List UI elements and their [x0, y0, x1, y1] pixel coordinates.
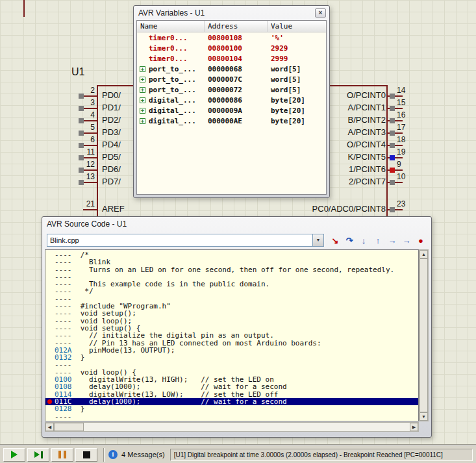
step-button[interactable]: [27, 448, 49, 462]
pin-wire: [83, 182, 98, 183]
pin-number: 2: [82, 86, 95, 95]
pin-state-gray-square[interactable]: [390, 94, 395, 99]
scroll-right-icon[interactable]: ▶: [410, 423, 418, 431]
variable-row[interactable]: +digital_...00000086byte[20]: [137, 95, 326, 105]
current-source-line[interactable]: 011C delay(1000); // wait for a second: [45, 398, 418, 405]
pause-icon: [58, 451, 61, 458]
source-code-area[interactable]: ---- /*---- Blink---- Turns on an LED on…: [45, 249, 419, 421]
source-line[interactable]: 0132 }: [45, 354, 418, 361]
expand-icon[interactable]: +: [140, 108, 145, 114]
goto-pc-button[interactable]: →: [400, 234, 413, 247]
run-to-button[interactable]: →: [386, 234, 399, 247]
pause-button[interactable]: [51, 448, 73, 462]
variable-name-cell: +digital_...: [137, 117, 205, 125]
toolbar-right-icons: →●: [399, 234, 427, 247]
expand-icon[interactable]: +: [140, 66, 145, 72]
source-line[interactable]: ----: [45, 413, 418, 420]
horizontal-scroll-thumb[interactable]: [54, 423, 84, 431]
source-window-titlebar[interactable]: AVR Source Code - U1: [42, 217, 431, 231]
pin-label: PD3/: [102, 128, 121, 137]
source-line[interactable]: ---- Turns on an LED on for one second, …: [45, 266, 418, 273]
stop-button[interactable]: [75, 448, 97, 462]
variable-value: word[5]: [268, 65, 326, 73]
variable-row[interactable]: +digital_...0000009Abyte[20]: [137, 105, 326, 116]
pin-state-gray-square[interactable]: [390, 131, 395, 136]
source-line[interactable]: ---- This example code is in the public …: [45, 281, 418, 288]
expand-icon[interactable]: +: [140, 77, 145, 82]
pin-number: 12: [82, 160, 95, 169]
variable-name-cell: +digital_...: [137, 106, 205, 115]
vertical-scrollbar[interactable]: ▲ ▼: [419, 249, 429, 421]
goto-pc-icon: →: [403, 236, 411, 245]
step-over-button[interactable]: ↷: [343, 234, 356, 247]
close-icon[interactable]: ×: [315, 8, 326, 18]
pin-state-gray-square[interactable]: [390, 118, 395, 123]
column-header-name[interactable]: Name: [137, 21, 205, 32]
pin-wire: [83, 95, 98, 97]
play-button[interactable]: [3, 448, 25, 462]
statusbar-separator: [103, 448, 105, 462]
step-into-button[interactable]: ↓: [357, 234, 370, 247]
variable-row[interactable]: timer0...00800108'%': [137, 32, 326, 43]
variable-row[interactable]: timer0...008001002929: [137, 43, 326, 53]
variable-row[interactable]: +port_to_...0000007Cword[5]: [137, 74, 326, 84]
expand-icon[interactable]: +: [140, 97, 145, 103]
expand-icon[interactable]: +: [140, 87, 145, 93]
pin-number: 15: [397, 99, 411, 107]
variable-row[interactable]: +digital_...000000AEbyte[20]: [137, 116, 326, 126]
breakpoint-icon[interactable]: [47, 399, 52, 404]
variable-row[interactable]: +port_to_...00000068word[5]: [137, 64, 326, 74]
source-line[interactable]: 012A pinMode(13, OUTPUT);: [45, 347, 418, 354]
pin-wire: [83, 108, 98, 109]
avr-source-window[interactable]: AVR Source Code - U1 Blink.cpp ▼ ↘↷↓↑→ →…: [42, 216, 432, 438]
variable-address: 000000AE: [205, 117, 268, 125]
horizontal-scrollbar[interactable]: ◀ ▶: [45, 422, 419, 432]
chevron-down-icon[interactable]: ▼: [312, 234, 323, 246]
pin-label: PD6/: [102, 165, 121, 174]
line-address: ----: [55, 412, 72, 421]
pin-state-gray-square[interactable]: [390, 143, 395, 148]
pin-state-gray-square[interactable]: [390, 106, 395, 111]
variable-name: digital_...: [149, 96, 196, 105]
step-out-button[interactable]: ↑: [371, 234, 384, 247]
line-code: [72, 412, 81, 421]
variable-name: timer0...: [149, 44, 188, 53]
pin-state-gray-square[interactable]: [390, 180, 395, 185]
source-toolbar: Blink.cpp ▼ ↘↷↓↑→ →●: [45, 232, 429, 248]
pin-wire: [83, 157, 98, 158]
scroll-track[interactable]: [84, 423, 410, 431]
info-icon: i: [108, 450, 118, 459]
variable-name: timer0...: [149, 34, 188, 42]
variable-value: byte[20]: [268, 106, 326, 115]
vertical-scroll-thumb[interactable]: [420, 258, 428, 412]
message-count[interactable]: 4 Message(s): [121, 451, 165, 458]
scroll-left-icon[interactable]: ◀: [45, 423, 54, 431]
scroll-up-icon[interactable]: ▲: [420, 250, 428, 258]
file-select[interactable]: Blink.cpp ▼: [47, 234, 324, 247]
toggle-breakpoint-button[interactable]: ●: [414, 234, 427, 247]
variable-row[interactable]: +port_to_...00000072word[5]: [137, 84, 326, 95]
column-header-value[interactable]: Value: [268, 21, 326, 32]
variable-name-cell: +digital_...: [137, 96, 205, 105]
variable-name: digital_...: [149, 106, 196, 115]
source-line[interactable]: 0128 }: [45, 405, 418, 412]
column-header-address[interactable]: Address: [205, 21, 268, 32]
pin-state-gray-square[interactable]: [390, 207, 395, 212]
variable-value: byte[20]: [268, 96, 326, 105]
variables-window-titlebar[interactable]: AVR Variables - U1: [134, 6, 329, 20]
pin-label: PD7/: [102, 177, 121, 186]
variable-value: word[5]: [268, 75, 326, 84]
expand-icon[interactable]: +: [140, 118, 145, 124]
source-line[interactable]: ---- */: [45, 288, 418, 295]
pin-state-blue-square[interactable]: [390, 155, 395, 160]
variable-name-cell: timer0...: [137, 44, 205, 53]
pin-label: O/PCINT0: [325, 91, 386, 100]
variable-value: 2999: [268, 55, 326, 63]
variable-address: 00000068: [205, 65, 268, 73]
variable-row[interactable]: timer0...008001042999: [137, 53, 326, 64]
source-step-button[interactable]: ↘: [329, 234, 342, 247]
variable-name: port_to_...: [149, 86, 196, 94]
pin-state-red-square[interactable]: [390, 168, 395, 173]
scroll-down-icon[interactable]: ▼: [420, 412, 428, 421]
avr-variables-window[interactable]: AVR Variables - U1 × Name Address Value …: [133, 5, 330, 198]
